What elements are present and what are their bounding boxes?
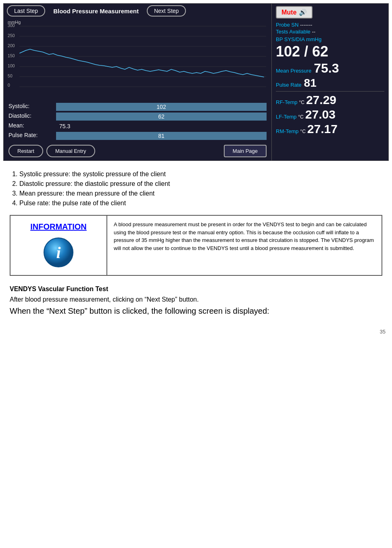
info-text: A blood pressure measurement must be pre…: [107, 216, 382, 275]
mean-value: 75.3: [56, 122, 267, 130]
diastolic-label: Diastolic:: [8, 113, 53, 121]
lf-temp-unit: °C: [298, 114, 303, 120]
chart-y-label: mmHg: [8, 20, 21, 25]
svg-text:250: 250: [8, 33, 15, 38]
tests-available-label: Tests Available: [276, 29, 311, 35]
lf-temp-row: LF-Temp °C 27.03: [276, 108, 384, 121]
rf-temp-label: RF-Temp: [276, 99, 297, 105]
vendys-line1: After blood pressure measurement, clicki…: [10, 296, 382, 303]
header-bar: Last Step Blood Pressure Measurement Nex…: [7, 5, 268, 17]
svg-text:100: 100: [8, 64, 15, 68]
pulse-value: 81: [56, 132, 267, 140]
list-item: Pulse rate: the pulse rate of the client: [19, 200, 382, 207]
left-panel: Last Step Blood Pressure Measurement Nex…: [4, 4, 271, 160]
bp-chart: 300 250 200 150 100 50 0: [7, 19, 268, 92]
rf-temp-unit: °C: [299, 100, 304, 105]
svg-text:50: 50: [8, 74, 13, 78]
info-left: INFORMATION i: [10, 216, 107, 275]
page-number: 35: [0, 325, 392, 338]
pulse-label: Pulse Rate:: [8, 132, 53, 140]
pulse-rate-label: Pulse Rate: [276, 82, 302, 88]
vendys-line2: When the “Next Step” button is clicked, …: [10, 306, 382, 316]
mute-label: Mute: [281, 9, 296, 16]
info-box: INFORMATION i A blood pressure measureme…: [10, 215, 382, 276]
vendys-title: VENDYS Vascular Function Test: [10, 285, 382, 293]
ui-panel: Last Step Blood Pressure Measurement Nex…: [3, 3, 389, 161]
temp-section: RF-Temp °C 27.29 LF-Temp °C 27.03 RM-Tem…: [276, 91, 384, 136]
right-panel: Mute 🔊 Probe SN ------- Tests Available …: [271, 4, 388, 160]
readings-grid: Systolic: 102 Diastolic: 62 Mean: 75.3 P…: [7, 103, 268, 140]
rf-temp-value: 27.29: [306, 93, 336, 107]
pulse-rate-row: Pulse Rate 81: [276, 77, 384, 90]
rm-temp-value: 27.17: [307, 122, 338, 136]
screen-title: Blood Pressure Measurement: [45, 8, 147, 15]
content-area: Systolic pressure: the systolic pressure…: [0, 164, 392, 325]
svg-text:0: 0: [8, 83, 10, 88]
systolic-label: Systolic:: [8, 103, 53, 111]
tests-available-value: --: [312, 29, 315, 35]
rf-temp-row: RF-Temp °C 27.29: [276, 93, 384, 107]
probe-sn-label: Probe SN: [276, 22, 298, 28]
list-item: Mean pressure: the mean pressure of the …: [19, 190, 382, 197]
systolic-value: 102: [56, 103, 267, 111]
info-icon: i: [42, 236, 75, 269]
readings-list: Systolic pressure: the systolic pressure…: [19, 171, 382, 207]
mean-pressure-label: Mean Pressure: [276, 68, 311, 74]
info-title: INFORMATION: [30, 222, 87, 231]
list-item: Systolic pressure: the systolic pressure…: [19, 171, 382, 178]
next-step-button[interactable]: Next Step: [147, 5, 186, 17]
list-item: Diastolic pressure: the diastolic pressu…: [19, 180, 382, 188]
svg-text:i: i: [56, 244, 60, 262]
probe-sn-row: Probe SN -------: [276, 22, 384, 28]
pulse-rate-value: 81: [304, 77, 317, 90]
tests-available-row: Tests Available --: [276, 29, 384, 35]
speaker-icon: 🔊: [299, 8, 307, 16]
rm-temp-unit: °C: [300, 129, 305, 134]
lf-temp-value: 27.03: [305, 108, 336, 121]
main-page-button[interactable]: Main Page: [224, 145, 267, 157]
probe-sn-value: -------: [300, 22, 312, 28]
bottom-buttons: Restart Manual Entry Main Page: [7, 143, 268, 159]
lf-temp-label: LF-Temp: [276, 114, 296, 120]
rm-temp-label: RM-Temp: [276, 128, 298, 134]
restart-button[interactable]: Restart: [8, 145, 43, 157]
last-step-button[interactable]: Last Step: [7, 5, 45, 17]
svg-text:150: 150: [8, 54, 15, 58]
mean-pressure-value: 75.3: [314, 61, 339, 76]
diastolic-value: 62: [56, 113, 267, 121]
rm-temp-row: RM-Temp °C 27.17: [276, 122, 384, 136]
mute-button[interactable]: Mute 🔊: [276, 6, 313, 19]
svg-text:200: 200: [8, 44, 15, 48]
chart-area: mmHg 300 250 200 150 100 50 0: [7, 19, 268, 100]
mean-pressure-row: Mean Pressure 75.3: [276, 61, 384, 76]
manual-entry-button[interactable]: Manual Entry: [46, 145, 95, 157]
mean-label: Mean:: [8, 122, 53, 130]
bp-sys-dia-value: 102 / 62: [276, 43, 384, 60]
bp-sys-dia-label: BP SYS/DIA mmHg: [276, 36, 384, 42]
